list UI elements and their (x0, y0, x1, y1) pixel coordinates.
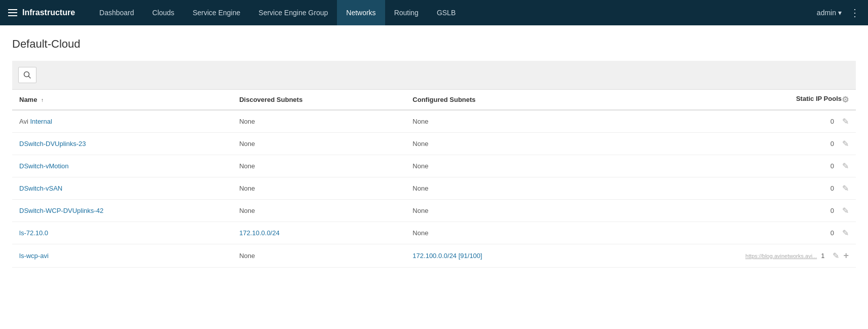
table-row: DSwitch-WCP-DVUplinks-42NoneNone0✎ (12, 200, 856, 222)
add-icon[interactable]: + (843, 250, 849, 261)
brand-title: Infrastructure (22, 8, 75, 17)
cell-discovered: 172.10.0.0/24 (232, 222, 405, 244)
nav-link-gslb[interactable]: GSLB (428, 0, 465, 25)
cell-name: Avi Internal (12, 110, 232, 133)
cell-static-ip: 0✎ (593, 155, 856, 177)
edit-icon[interactable]: ✎ (842, 228, 849, 238)
settings-icon[interactable]: ⚙ (842, 95, 849, 104)
svg-line-1 (29, 77, 31, 79)
name-link[interactable]: ls-wcp-avi (19, 252, 49, 260)
table-row: DSwitch-DVUplinks-23NoneNone0✎ (12, 133, 856, 155)
name-link[interactable]: Internal (28, 118, 52, 125)
table-row: DSwitch-vSANNoneNone0✎ (12, 177, 856, 200)
cell-configured: None (405, 222, 593, 244)
cell-configured: 172.100.0.0/24 [91/100] (405, 244, 593, 268)
nav-link-dashboard[interactable]: Dashboard (90, 0, 143, 25)
nav-link-routing[interactable]: Routing (385, 0, 428, 25)
cell-name: ls-72.10.0 (12, 222, 232, 244)
nav-links: Dashboard Clouds Service Engine Service … (90, 0, 817, 25)
name-link[interactable]: DSwitch-vMotion (19, 162, 69, 170)
chevron-down-icon: ▾ (838, 9, 842, 17)
cell-discovered: None (232, 200, 405, 222)
table-row: DSwitch-vMotionNoneNone0✎ (12, 155, 856, 177)
name-link[interactable]: ls-72.10.0 (19, 229, 48, 237)
navbar: Infrastructure Dashboard Clouds Service … (0, 0, 868, 25)
search-icon (23, 71, 31, 79)
cell-static-ip: 0✎ (593, 133, 856, 155)
cell-configured: None (405, 200, 593, 222)
page-content: Default-Cloud Name ↑ Discovered Subnets … (0, 25, 868, 329)
cell-configured: None (405, 110, 593, 133)
cell-static-ip: 0✎ (593, 200, 856, 222)
edit-icon[interactable]: ✎ (842, 206, 849, 215)
cell-configured: None (405, 177, 593, 200)
user-name: admin (817, 9, 836, 17)
status-link[interactable]: https://blog.avinetworks.avi... (745, 253, 817, 259)
cell-discovered: None (232, 155, 405, 177)
nav-link-clouds[interactable]: Clouds (143, 0, 184, 25)
cell-name: DSwitch-DVUplinks-23 (12, 133, 232, 155)
name-link[interactable]: DSwitch-vSAN (19, 185, 62, 192)
configured-subnet-link[interactable]: 172.100.0.0/24 [91/100] (412, 252, 482, 260)
cell-configured: None (405, 133, 593, 155)
cell-name: ls-wcp-avi (12, 244, 232, 268)
nav-link-service-engine[interactable]: Service Engine (183, 0, 249, 25)
edit-icon[interactable]: ✎ (842, 117, 849, 126)
page-title: Default-Cloud (12, 38, 856, 51)
cell-static-ip: https://blog.avinetworks.avi...1✎+ (593, 244, 856, 268)
nav-link-service-engine-group[interactable]: Service Engine Group (249, 0, 337, 25)
more-options-icon[interactable]: ⋮ (850, 7, 860, 19)
cell-discovered: None (232, 244, 405, 268)
col-name: Name ↑ (12, 90, 232, 111)
search-bar (12, 61, 856, 89)
edit-icon[interactable]: ✎ (842, 161, 849, 171)
cell-discovered: None (232, 110, 405, 133)
cell-name: DSwitch-vSAN (12, 177, 232, 200)
cell-name: DSwitch-WCP-DVUplinks-42 (12, 200, 232, 222)
cell-static-ip: 0✎ (593, 177, 856, 200)
edit-icon[interactable]: ✎ (833, 251, 839, 261)
col-configured-subnets: Configured Subnets (405, 90, 593, 111)
table-row: Avi InternalNoneNone0✎ (12, 110, 856, 133)
name-link[interactable]: DSwitch-DVUplinks-23 (19, 140, 86, 148)
search-button[interactable] (18, 67, 36, 83)
edit-icon[interactable]: ✎ (842, 139, 849, 149)
cell-discovered: None (232, 177, 405, 200)
name-link[interactable]: DSwitch-WCP-DVUplinks-42 (19, 207, 103, 214)
table-row: ls-72.10.0172.10.0.0/24None0✎ (12, 222, 856, 244)
cell-static-ip: 0✎ (593, 222, 856, 244)
nav-link-networks[interactable]: Networks (337, 0, 385, 25)
user-menu[interactable]: admin ▾ (817, 9, 842, 17)
cell-configured: None (405, 155, 593, 177)
hamburger-icon[interactable] (8, 9, 17, 16)
cell-name: DSwitch-vMotion (12, 155, 232, 177)
cell-discovered: None (232, 133, 405, 155)
table-header-row: Name ↑ Discovered Subnets Configured Sub… (12, 90, 856, 111)
sort-asc-icon[interactable]: ↑ (41, 97, 44, 103)
col-discovered-subnets: Discovered Subnets (232, 90, 405, 111)
nav-brand: Infrastructure (8, 8, 75, 17)
col-static-ip-pools: Static IP Pools ⚙ (593, 90, 856, 111)
discovered-subnet-link[interactable]: 172.10.0.0/24 (239, 229, 280, 237)
cell-static-ip: 0✎ (593, 110, 856, 133)
nav-right: admin ▾ ⋮ (817, 7, 860, 19)
networks-table: Name ↑ Discovered Subnets Configured Sub… (12, 89, 856, 268)
table-row: ls-wcp-aviNone172.100.0.0/24 [91/100]htt… (12, 244, 856, 268)
edit-icon[interactable]: ✎ (842, 184, 849, 193)
